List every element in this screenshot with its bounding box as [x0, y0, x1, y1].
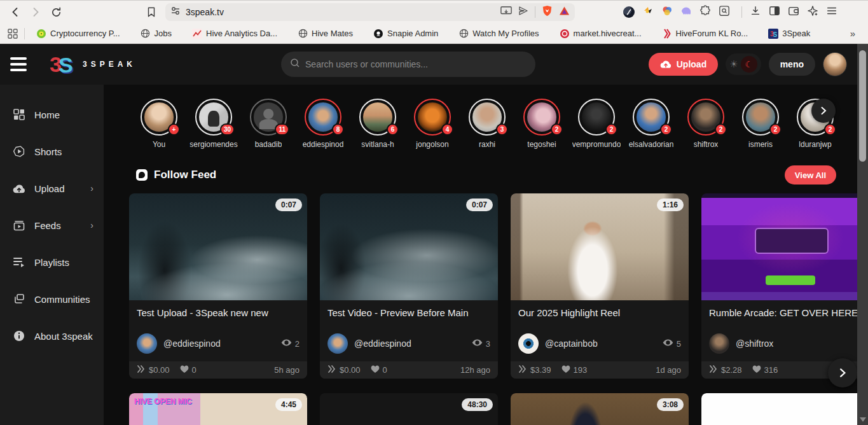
- address-bar[interactable]: 3speak.tv: [165, 3, 575, 21]
- story-item[interactable]: 2 elsalvadorian: [624, 99, 679, 149]
- bookmark-icon[interactable]: [142, 3, 160, 21]
- video-age: 1d ago: [656, 365, 681, 375]
- bookmark-item[interactable]: Snapie Admin: [368, 26, 443, 41]
- author-avatar[interactable]: [327, 333, 348, 354]
- sidebar-toggle-icon[interactable]: [769, 5, 780, 19]
- story-item[interactable]: 6 svitlana-h: [350, 99, 405, 149]
- upload-button[interactable]: Upload: [649, 53, 718, 76]
- search-input[interactable]: [305, 59, 527, 69]
- author-name[interactable]: @captainbob: [545, 338, 598, 349]
- video-thumbnail: HIVE OPEN MIC 4:45: [129, 393, 307, 425]
- author-avatar[interactable]: [518, 333, 539, 354]
- bookmarks-overflow-icon[interactable]: »: [845, 27, 860, 40]
- sidebar: Home Shorts Upload ›: [0, 85, 104, 425]
- sidebar-item[interactable]: Feeds ›: [0, 207, 104, 244]
- author-name[interactable]: @eddiespinod: [163, 338, 221, 349]
- search-box-icon[interactable]: [719, 5, 730, 19]
- leo-ai-icon[interactable]: [807, 5, 818, 19]
- author-name[interactable]: @eddiespinod: [354, 338, 411, 349]
- bookmark-item[interactable]: Hive Mates: [293, 26, 358, 41]
- story-item[interactable]: 2 tegoshei: [514, 99, 569, 149]
- home-icon: [13, 108, 25, 121]
- extension-bird-icon[interactable]: [642, 5, 654, 19]
- story-item[interactable]: + You: [132, 99, 186, 149]
- user-avatar[interactable]: [823, 52, 847, 76]
- site-logo[interactable]: 3S 3SPEAK: [50, 53, 136, 75]
- hamburger-menu-icon[interactable]: [10, 55, 32, 74]
- story-name: svitlana-h: [361, 140, 394, 149]
- chart-icon: [192, 29, 202, 39]
- author-name[interactable]: @shiftrox: [736, 338, 773, 349]
- video-stats-bar: $0.00 0 5h ago: [129, 361, 307, 379]
- views-eye-icon: [281, 338, 292, 349]
- sidebar-item[interactable]: Shorts: [0, 133, 104, 170]
- video-card[interactable]: HIVE OPEN MIC 4:45: [129, 393, 307, 425]
- story-item[interactable]: 3 raxhi: [460, 99, 514, 149]
- back-button[interactable]: [6, 3, 24, 21]
- story-name: lduranjwp: [799, 140, 831, 149]
- bookmark-item[interactable]: Hive Analytics Da...: [187, 26, 282, 41]
- bookmark-item[interactable]: HiveForum KL Ro...: [657, 26, 754, 41]
- reload-button[interactable]: [47, 3, 65, 21]
- sidebar-item[interactable]: Home: [0, 96, 104, 133]
- bookmark-item[interactable]: 3S 3Speak: [763, 26, 815, 41]
- apps-grid-icon[interactable]: [8, 29, 18, 39]
- sidebar-item[interactable]: About 3speak: [0, 317, 104, 354]
- video-card[interactable]: 0:07 Test Upload - 3Speak new new @eddie…: [129, 193, 307, 379]
- story-name: tegoshei: [527, 140, 556, 149]
- stories-next-button[interactable]: [811, 99, 836, 123]
- bookmark-item[interactable]: market.hivecreat...: [555, 26, 647, 41]
- cast-icon[interactable]: [500, 6, 512, 18]
- video-card[interactable]: 0:07 Test Video - Preview Before Main @e…: [320, 193, 498, 379]
- extension-phantom-icon[interactable]: [680, 5, 692, 19]
- theme-toggle[interactable]: ☀ ☾: [726, 53, 761, 75]
- story-item[interactable]: 2 vempromundo: [569, 99, 624, 149]
- search-bar[interactable]: [281, 52, 535, 77]
- grid-next-button[interactable]: [828, 358, 857, 387]
- story-item[interactable]: 4 jongolson: [405, 99, 460, 149]
- video-card[interactable]: HIGHWAY 43: [701, 393, 857, 425]
- view-all-button[interactable]: View All: [785, 165, 836, 185]
- extensions-puzzle-icon[interactable]: [699, 5, 711, 19]
- sidebar-item[interactable]: Upload ›: [0, 170, 104, 207]
- video-thumbnail: 0:07: [320, 193, 498, 300]
- dark-mode-icon: ☾: [745, 59, 753, 69]
- username-button[interactable]: meno: [769, 53, 815, 76]
- menu-icon[interactable]: [826, 5, 837, 19]
- logo-mark-s: S: [59, 54, 73, 76]
- story-item[interactable]: 8 eddiespinod: [296, 99, 350, 149]
- story-item[interactable]: 30 sergiomendes: [186, 99, 241, 149]
- forward-button[interactable]: [27, 3, 45, 21]
- extension-audio-icon[interactable]: [623, 6, 635, 18]
- sidebar-item[interactable]: Playlists: [0, 244, 104, 281]
- story-item[interactable]: 11 badadib: [241, 99, 296, 149]
- send-tab-icon[interactable]: [518, 6, 528, 18]
- story-item[interactable]: 2 shiftrox: [679, 99, 733, 149]
- video-card[interactable]: Shavon 3:08: [511, 393, 689, 425]
- duration-badge: 1:16: [657, 199, 684, 211]
- bookmark-item[interactable]: Jobs: [135, 26, 177, 41]
- extension-colors-icon[interactable]: [661, 5, 673, 19]
- wallet-icon[interactable]: [788, 5, 799, 19]
- snapie-icon: [373, 29, 383, 39]
- page-scrollbar[interactable]: [857, 44, 868, 425]
- story-badge: 4: [441, 123, 453, 136]
- sidebar-item[interactable]: Communities: [0, 281, 104, 317]
- video-card[interactable]: Rumble Arcade: GET OVER HERE! @shiftrox: [701, 193, 857, 379]
- scrollbar-down-arrow[interactable]: [860, 417, 866, 422]
- video-title: Test Upload - 3Speak new new: [129, 300, 307, 328]
- author-avatar[interactable]: [709, 333, 729, 354]
- downloads-icon[interactable]: [750, 5, 761, 19]
- story-item[interactable]: 2 ismeris: [733, 99, 788, 149]
- video-card[interactable]: 48:30: [320, 393, 498, 425]
- brave-rewards-icon[interactable]: [559, 6, 570, 18]
- bookmark-item[interactable]: Watch My Profiles: [453, 26, 544, 41]
- brave-shield-icon[interactable]: [542, 5, 553, 19]
- author-avatar[interactable]: [137, 333, 157, 354]
- scrollbar-thumb[interactable]: [859, 50, 866, 162]
- site-settings-icon[interactable]: [170, 6, 181, 18]
- video-thumbnail: 48:30: [320, 393, 498, 425]
- bookmark-item[interactable]: Cryptocurrency P...: [31, 26, 125, 41]
- video-card[interactable]: 1:16 Our 2025 Highlight Reel @captainbob…: [511, 193, 689, 379]
- views-eye-icon: [663, 338, 673, 349]
